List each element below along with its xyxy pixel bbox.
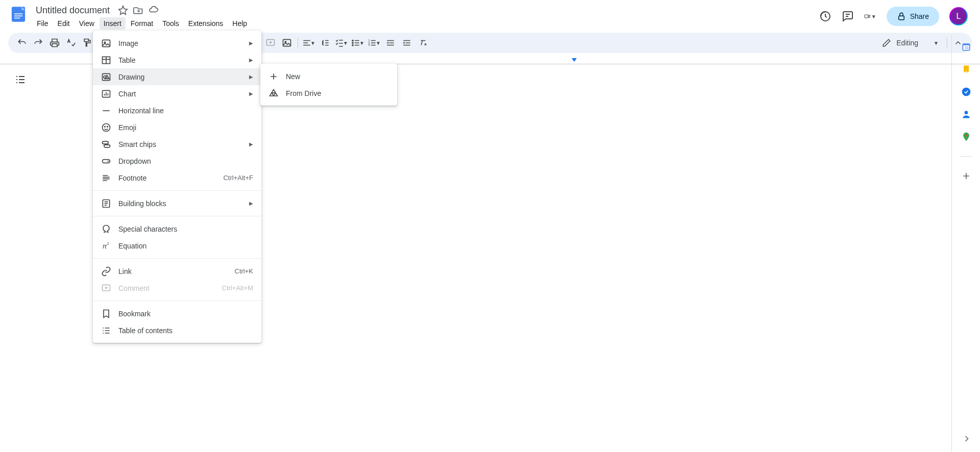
document-title[interactable]: Untitled document bbox=[33, 4, 113, 17]
star-icon[interactable] bbox=[118, 5, 128, 15]
svg-rect-3 bbox=[14, 18, 20, 19]
image-icon bbox=[101, 38, 111, 48]
share-label: Share bbox=[910, 12, 929, 20]
svg-rect-5 bbox=[865, 15, 868, 18]
svg-text:31: 31 bbox=[964, 45, 968, 50]
svg-point-12 bbox=[352, 44, 353, 45]
table-icon bbox=[101, 55, 111, 65]
add-comment-button[interactable] bbox=[263, 35, 278, 51]
menu-extensions[interactable]: Extensions bbox=[184, 17, 227, 30]
indent-decrease-button[interactable] bbox=[383, 35, 398, 51]
svg-rect-6 bbox=[898, 16, 904, 20]
menu-help[interactable]: Help bbox=[228, 17, 251, 30]
svg-rect-23 bbox=[103, 40, 110, 46]
svg-point-11 bbox=[352, 42, 353, 43]
menu-label: Table bbox=[118, 56, 242, 64]
submenu-arrow-icon: ▶ bbox=[249, 57, 253, 63]
indent-increase-button[interactable] bbox=[399, 35, 414, 51]
editing-mode-label: Editing bbox=[896, 39, 918, 47]
move-icon[interactable] bbox=[133, 5, 143, 15]
lock-icon bbox=[897, 12, 906, 21]
side-panel: 31 bbox=[951, 35, 980, 64]
redo-button[interactable] bbox=[31, 35, 46, 51]
menu-edit[interactable]: Edit bbox=[54, 17, 74, 30]
video-call-button[interactable]: ▼ bbox=[864, 10, 876, 22]
calendar-icon[interactable]: 31 bbox=[961, 42, 971, 52]
svg-rect-1 bbox=[14, 13, 22, 14]
svg-rect-8 bbox=[283, 39, 291, 46]
insert-menu-table[interactable]: Table▶ bbox=[93, 52, 261, 64]
menu-tools[interactable]: Tools bbox=[158, 17, 183, 30]
drawing-submenu: NewFrom Drive bbox=[260, 64, 397, 64]
insert-image-button[interactable] bbox=[279, 35, 295, 51]
ruler-right-marker[interactable] bbox=[572, 58, 577, 62]
comments-icon[interactable] bbox=[842, 10, 854, 22]
line-spacing-button[interactable] bbox=[317, 35, 333, 51]
history-icon[interactable] bbox=[819, 10, 831, 22]
checklist-button[interactable]: ▼ bbox=[334, 35, 349, 51]
cloud-status-icon[interactable] bbox=[149, 5, 159, 15]
pencil-icon bbox=[882, 38, 891, 47]
menu-insert[interactable]: Insert bbox=[100, 17, 126, 30]
clear-formatting-button[interactable] bbox=[415, 35, 431, 51]
avatar-letter: L bbox=[950, 8, 967, 24]
insert-menu-dropdown: Image▶Table▶Drawing▶Chart▶Horizontal lin… bbox=[93, 31, 261, 64]
account-avatar[interactable]: L bbox=[949, 7, 968, 26]
submenu-arrow-icon: ▶ bbox=[249, 40, 253, 46]
menu-file[interactable]: File bbox=[33, 17, 53, 30]
insert-menu-image[interactable]: Image▶ bbox=[93, 35, 261, 52]
bulleted-list-button[interactable]: ▼ bbox=[350, 35, 365, 51]
share-button[interactable]: Share bbox=[887, 7, 939, 26]
menubar: File Edit View Insert Format Tools Exten… bbox=[33, 17, 251, 30]
menu-label: Image bbox=[118, 39, 242, 47]
svg-rect-2 bbox=[14, 15, 22, 16]
undo-button[interactable] bbox=[14, 35, 30, 51]
docs-logo[interactable] bbox=[8, 4, 29, 24]
svg-point-10 bbox=[352, 40, 353, 41]
numbered-list-button[interactable]: 123▼ bbox=[366, 35, 382, 51]
align-button[interactable]: ▼ bbox=[301, 35, 316, 51]
menu-view[interactable]: View bbox=[75, 17, 99, 30]
menu-format[interactable]: Format bbox=[127, 17, 157, 30]
editing-mode-button[interactable]: Editing ▼ bbox=[877, 36, 944, 49]
spellcheck-button[interactable] bbox=[63, 35, 79, 51]
svg-text:3: 3 bbox=[369, 43, 370, 46]
print-button[interactable] bbox=[47, 35, 62, 51]
